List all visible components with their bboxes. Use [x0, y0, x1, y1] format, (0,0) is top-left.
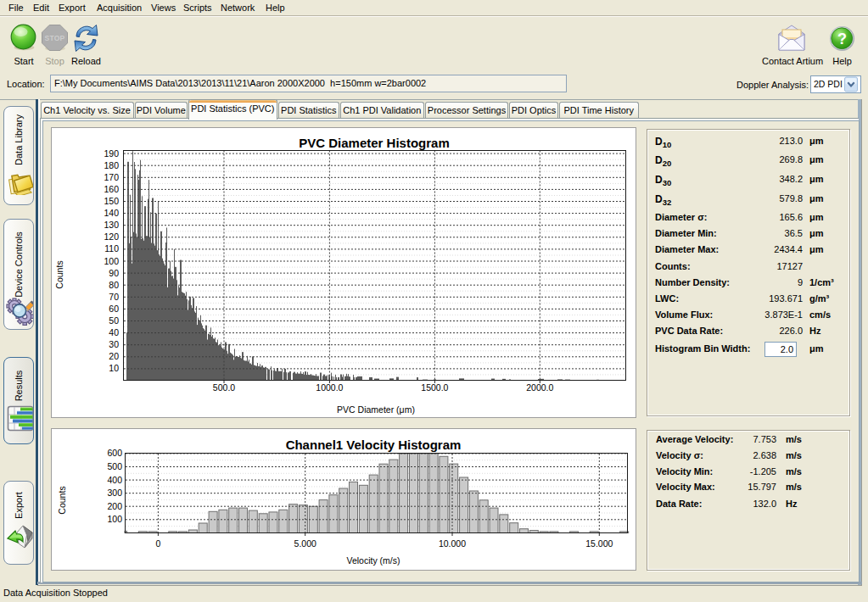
- svg-text:70: 70: [109, 292, 119, 302]
- svg-text:PVC Diameter (μm): PVC Diameter (μm): [337, 404, 415, 415]
- svg-text:10.000: 10.000: [439, 538, 466, 549]
- svg-text:150: 150: [104, 196, 119, 206]
- svg-text:5.000: 5.000: [294, 538, 316, 549]
- svg-text:80: 80: [109, 280, 119, 290]
- svg-text:10: 10: [109, 363, 119, 373]
- svg-text:Channel1 Velocity Histogram: Channel1 Velocity Histogram: [286, 438, 462, 452]
- svg-text:100: 100: [104, 256, 119, 266]
- svg-text:160: 160: [104, 184, 119, 194]
- svg-text:500: 500: [107, 461, 122, 471]
- svg-text:400: 400: [107, 475, 122, 485]
- svg-text:Velocity (m/s): Velocity (m/s): [346, 555, 400, 566]
- svg-text:100: 100: [107, 514, 122, 524]
- svg-text:190: 190: [104, 148, 119, 159]
- svg-text:Counts: Counts: [57, 486, 67, 514]
- svg-text:130: 130: [104, 220, 119, 230]
- svg-text:60: 60: [109, 304, 119, 314]
- svg-text:140: 140: [104, 208, 119, 218]
- svg-text:30: 30: [109, 339, 119, 349]
- svg-text:PVC Diameter Histogram: PVC Diameter Histogram: [299, 136, 450, 150]
- svg-text:170: 170: [104, 172, 119, 182]
- svg-text:110: 110: [104, 243, 119, 254]
- svg-text:40: 40: [109, 327, 119, 337]
- svg-text:15.000: 15.000: [585, 538, 613, 549]
- svg-text:STOP: STOP: [45, 34, 65, 42]
- svg-text:20: 20: [109, 351, 119, 361]
- svg-text:90: 90: [109, 268, 119, 278]
- svg-text:2000.0: 2000.0: [526, 382, 553, 393]
- svg-text:200: 200: [107, 501, 122, 511]
- svg-text:?: ?: [837, 31, 847, 47]
- svg-text:0: 0: [155, 538, 160, 549]
- svg-text:Counts: Counts: [54, 260, 64, 288]
- svg-text:1500.0: 1500.0: [421, 382, 448, 393]
- svg-text:300: 300: [107, 488, 122, 498]
- svg-text:50: 50: [109, 315, 119, 326]
- svg-text:1000.0: 1000.0: [316, 382, 343, 393]
- svg-text:600: 600: [107, 448, 122, 458]
- svg-text:120: 120: [104, 231, 119, 242]
- svg-text:500.0: 500.0: [213, 382, 235, 393]
- svg-text:180: 180: [104, 160, 119, 170]
